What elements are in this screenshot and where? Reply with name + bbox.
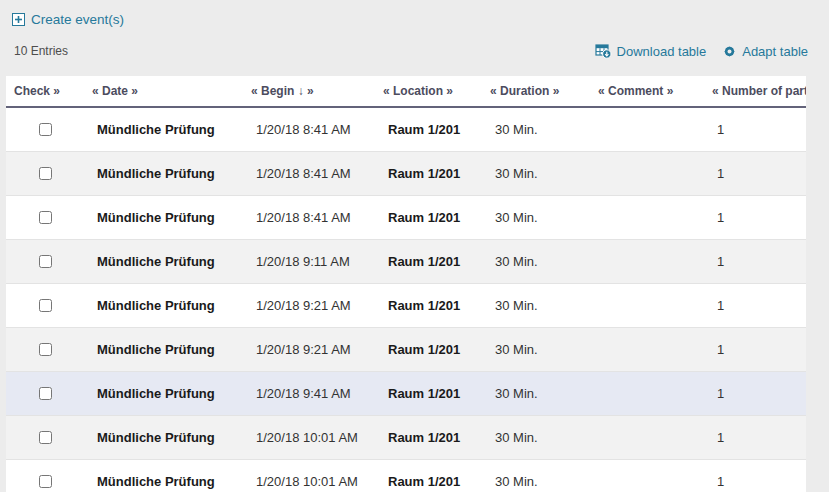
duration-cell: 30 Min. [482,240,590,284]
date-cell: Mündliche Prüfung [84,107,243,152]
table-header-row: Check »« Date »« Begin ↓ »« Location »« … [6,76,806,107]
location-cell: Raum 1/201 [375,460,482,492]
column-header-check[interactable]: Check » [6,76,84,107]
row-checkbox[interactable] [39,343,52,356]
table-row: Mündliche Prüfung 1/20/18 9:21 AM Raum 1… [6,284,806,328]
row-checkbox[interactable] [39,211,52,224]
checkbox-callout [29,203,62,232]
download-table-link[interactable]: Download table [595,43,707,59]
checkbox-callout [29,291,62,320]
duration-cell: 30 Min. [482,152,590,196]
comment-cell [590,460,704,492]
table-row: Mündliche Prüfung 1/20/18 9:11 AM Raum 1… [6,240,806,284]
checkbox-callout [29,335,62,364]
table-row: Mündliche Prüfung 1/20/18 10:01 AM Raum … [6,416,806,460]
meta-row: 10 Entries Download table [14,41,808,61]
begin-cell: 1/20/18 10:01 AM [243,460,375,492]
duration-cell: 30 Min. [482,107,590,152]
table-row: Mündliche Prüfung 1/20/18 9:41 AM Raum 1… [6,372,806,416]
column-header-date[interactable]: « Date » [84,76,243,107]
date-cell: Mündliche Prüfung [84,460,243,492]
table-row: Mündliche Prüfung 1/20/18 8:41 AM Raum 1… [6,152,806,196]
begin-cell: 1/20/18 9:11 AM [243,240,375,284]
begin-cell: 1/20/18 8:41 AM [243,196,375,240]
table-row: Mündliche Prüfung 1/20/18 8:41 AM Raum 1… [6,107,806,152]
comment-cell [590,152,704,196]
row-checkbox[interactable] [39,299,52,312]
checkbox-callout [29,379,62,408]
location-cell: Raum 1/201 [375,416,482,460]
location-cell: Raum 1/201 [375,240,482,284]
table-row: Mündliche Prüfung 1/20/18 10:01 AM Raum … [6,460,806,492]
table-download-icon[interactable] [595,43,612,59]
comment-cell [590,372,704,416]
location-cell: Raum 1/201 [375,284,482,328]
adapt-table-link[interactable]: Adapt table [722,44,808,59]
plus-box-icon[interactable] [12,13,25,26]
participants-cell: 1 [704,328,806,372]
download-table-label: Download table [617,44,707,59]
date-cell: Mündliche Prüfung [84,152,243,196]
row-checkbox[interactable] [39,431,52,444]
page: Create event(s) 10 Entries [0,10,829,492]
comment-cell [590,416,704,460]
column-header-comment[interactable]: « Comment » [590,76,704,107]
duration-cell: 30 Min. [482,416,590,460]
checkbox-callout [29,467,62,492]
duration-cell: 30 Min. [482,284,590,328]
duration-cell: 30 Min. [482,460,590,492]
participants-cell: 1 [704,152,806,196]
comment-cell [590,196,704,240]
adapt-table-label: Adapt table [742,44,808,59]
column-header-begin[interactable]: « Begin ↓ » [243,76,375,107]
table-body: Mündliche Prüfung 1/20/18 8:41 AM Raum 1… [6,107,806,492]
comment-cell [590,328,704,372]
checkbox-callout [29,247,62,276]
participants-cell: 1 [704,372,806,416]
create-event-link[interactable]: Create event(s) [12,12,124,27]
date-cell: Mündliche Prüfung [84,196,243,240]
duration-cell: 30 Min. [482,328,590,372]
comment-cell [590,240,704,284]
column-header-duration[interactable]: « Duration » [482,76,590,107]
column-header-participants[interactable]: « Number of participants [704,76,806,107]
events-table: Check »« Date »« Begin ↓ »« Location »« … [6,76,806,492]
row-checkbox[interactable] [39,475,52,488]
comment-cell [590,107,704,152]
location-cell: Raum 1/201 [375,196,482,240]
location-cell: Raum 1/201 [375,328,482,372]
comment-cell [590,284,704,328]
date-cell: Mündliche Prüfung [84,240,243,284]
checkbox-callout [29,423,62,452]
location-cell: Raum 1/201 [375,107,482,152]
date-cell: Mündliche Prüfung [84,416,243,460]
duration-cell: 30 Min. [482,196,590,240]
row-checkbox[interactable] [39,255,52,268]
checkbox-callout [29,159,62,188]
begin-cell: 1/20/18 9:21 AM [243,284,375,328]
create-event-label: Create event(s) [31,12,124,27]
table-row: Mündliche Prüfung 1/20/18 8:41 AM Raum 1… [6,196,806,240]
location-cell: Raum 1/201 [375,152,482,196]
participants-cell: 1 [704,240,806,284]
begin-cell: 1/20/18 8:41 AM [243,152,375,196]
date-cell: Mündliche Prüfung [84,372,243,416]
create-event-row: Create event(s) [12,10,829,28]
begin-cell: 1/20/18 9:21 AM [243,328,375,372]
date-cell: Mündliche Prüfung [84,328,243,372]
participants-cell: 1 [704,416,806,460]
location-cell: Raum 1/201 [375,372,482,416]
duration-cell: 30 Min. [482,372,590,416]
row-checkbox[interactable] [39,123,52,136]
table-actions: Download table Adapt table [595,43,808,59]
column-header-location[interactable]: « Location » [375,76,482,107]
row-checkbox[interactable] [39,387,52,400]
begin-cell: 1/20/18 10:01 AM [243,416,375,460]
row-checkbox[interactable] [39,167,52,180]
gear-icon[interactable] [722,44,737,59]
participants-cell: 1 [704,284,806,328]
participants-cell: 1 [704,460,806,492]
participants-cell: 1 [704,107,806,152]
checkbox-callout [29,115,62,144]
begin-cell: 1/20/18 8:41 AM [243,107,375,152]
